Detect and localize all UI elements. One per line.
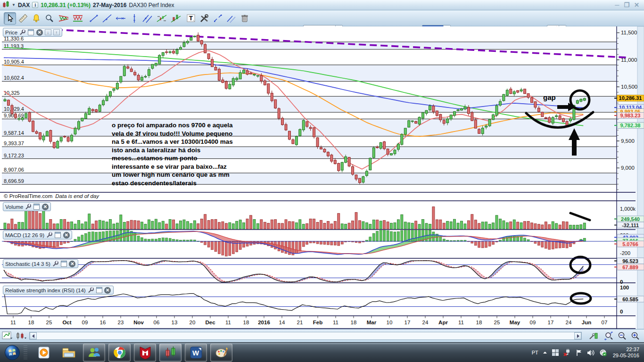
taskbar-clock[interactable]: 22:37 29-05-2016 bbox=[611, 346, 639, 359]
segment-tool[interactable] bbox=[88, 12, 100, 25]
stoch-close-icon[interactable]: ✕ bbox=[69, 260, 76, 267]
svg-text:20: 20 bbox=[190, 320, 196, 325]
svg-text:18: 18 bbox=[351, 320, 357, 325]
zoom-fit-button[interactable] bbox=[603, 331, 615, 341]
rsi-settings-wrench-icon[interactable] bbox=[87, 287, 94, 294]
restore-button[interactable]: ❐ bbox=[624, 1, 629, 8]
panel-title-stoch: Stochastic (14 3 5) bbox=[5, 261, 50, 267]
svg-text:9,393.37: 9,393.37 bbox=[4, 140, 24, 146]
svg-text:13: 13 bbox=[172, 320, 178, 325]
pointer-tool[interactable] bbox=[4, 12, 16, 25]
taskbar-chrome[interactable] bbox=[108, 344, 131, 362]
copyright-line: © ProRealTime.comData is end of day bbox=[4, 193, 99, 199]
start-button[interactable] bbox=[4, 344, 21, 361]
last-price-label: 10,286.31 (+0.13%) bbox=[41, 2, 91, 8]
svg-text:11: 11 bbox=[333, 320, 339, 325]
scroll-right-arrow[interactable] bbox=[574, 332, 581, 339]
taskbar-media-player[interactable] bbox=[33, 344, 55, 362]
macd-settings-wrench-icon[interactable] bbox=[46, 231, 53, 239]
svg-text:10,029.4: 10,029.4 bbox=[4, 106, 24, 112]
network-disconnected-icon[interactable] bbox=[563, 349, 571, 356]
macd-close-icon[interactable]: ✕ bbox=[63, 231, 70, 239]
svg-text:9,782.38: 9,782.38 bbox=[620, 123, 641, 128]
stoch-window-icon[interactable] bbox=[60, 260, 67, 267]
svg-text:-200: -200 bbox=[620, 250, 630, 256]
svg-text:18: 18 bbox=[28, 320, 34, 325]
info-icon[interactable]: i bbox=[32, 2, 38, 8]
svg-text:9,906.69: 9,906.69 bbox=[4, 113, 24, 118]
vertical-line-tool[interactable] bbox=[128, 12, 140, 25]
instrument-dropdown-icon[interactable]: ▼ bbox=[12, 3, 16, 7]
volume-settings-wrench-icon[interactable] bbox=[25, 203, 32, 210]
desktop: ▼ DAX i 10,286.31 (+0.13%) 27-May-2016 D… bbox=[0, 0, 644, 362]
text-tool[interactable]: T bbox=[185, 12, 197, 25]
price-move-down-icon[interactable]: ↓ bbox=[44, 29, 51, 36]
rsi-close-icon[interactable]: ✕ bbox=[104, 287, 111, 294]
volume-speaker-icon[interactable] bbox=[587, 349, 595, 356]
language-indicator[interactable]: PT bbox=[532, 350, 538, 355]
pattern-detect-tool[interactable] bbox=[58, 12, 70, 25]
volume-close-icon[interactable]: ✕ bbox=[41, 203, 49, 210]
desktop-grid-icon[interactable] bbox=[552, 349, 559, 356]
system-tray: PT 22:37 29-05-2016 bbox=[532, 343, 644, 362]
horizontal-scrollbar[interactable] bbox=[29, 332, 582, 340]
taskbar-explorer[interactable] bbox=[58, 344, 80, 362]
candle-style-button[interactable] bbox=[15, 331, 26, 341]
svg-text:9,587.14: 9,587.14 bbox=[4, 130, 24, 136]
zoom-tool[interactable] bbox=[43, 12, 56, 25]
price-settings-wrench-icon[interactable] bbox=[19, 29, 26, 36]
svg-text:24: 24 bbox=[566, 320, 572, 325]
zoom-in-button[interactable] bbox=[630, 331, 641, 341]
panel-header-rsi: Relative strength index (RSI) (14)✕ bbox=[3, 286, 114, 295]
action-center-flag-icon[interactable] bbox=[576, 349, 583, 356]
scrollbar-track[interactable] bbox=[37, 332, 574, 339]
zoom-out-button[interactable] bbox=[617, 331, 628, 341]
minimize-button[interactable]: ─ bbox=[615, 1, 619, 8]
taskbar-prorealtime[interactable] bbox=[159, 344, 182, 362]
volume-window-icon[interactable] bbox=[33, 203, 40, 210]
data-end-of-day-note: Data is end of day bbox=[55, 193, 99, 199]
price-window-icon[interactable] bbox=[27, 29, 34, 36]
svg-text:60.585: 60.585 bbox=[622, 296, 638, 302]
hidden-icons-chevron[interactable] bbox=[543, 351, 547, 354]
fibonacci-tool[interactable] bbox=[156, 12, 168, 25]
channel-tool[interactable] bbox=[141, 12, 154, 25]
svg-text:8,696.59: 8,696.59 bbox=[4, 178, 24, 184]
chart-canvas[interactable]: 11,330.611,193.310,905.410,602.410,32510… bbox=[0, 26, 644, 330]
parallel-line-tool[interactable] bbox=[225, 12, 237, 25]
price-close-icon[interactable]: ✕ bbox=[36, 29, 43, 36]
svg-text:W: W bbox=[192, 349, 199, 357]
stoch-settings-wrench-icon[interactable] bbox=[52, 260, 59, 267]
taskbar-paint[interactable] bbox=[210, 344, 232, 362]
settings-tools-icon[interactable] bbox=[198, 12, 210, 25]
taskbar-word[interactable]: W bbox=[185, 344, 207, 362]
horizontal-line-tool[interactable] bbox=[115, 12, 127, 25]
price-move-up-icon[interactable]: ↑ bbox=[53, 29, 60, 36]
scroll-left-arrow[interactable] bbox=[30, 332, 37, 339]
chart-mode-button[interactable] bbox=[2, 331, 13, 341]
pattern-range-tool[interactable] bbox=[72, 12, 84, 25]
svg-text:9,983.23: 9,983.23 bbox=[620, 113, 641, 118]
ruler-tool[interactable] bbox=[17, 12, 29, 25]
svg-text:07: 07 bbox=[602, 320, 608, 325]
svg-text:249,540: 249,540 bbox=[621, 216, 640, 222]
chart-bottom-bar bbox=[0, 329, 644, 342]
two-point-tool[interactable] bbox=[212, 12, 224, 25]
svg-text:10,905.4: 10,905.4 bbox=[4, 59, 24, 65]
symbol-label[interactable]: DAX bbox=[18, 2, 30, 8]
macd-window-icon[interactable] bbox=[54, 231, 61, 239]
line-tool[interactable] bbox=[101, 12, 113, 25]
svg-text:8,907.06: 8,907.06 bbox=[4, 167, 24, 173]
chart-settings-button[interactable] bbox=[588, 331, 600, 341]
taskbar-messenger[interactable] bbox=[83, 344, 105, 362]
sync-status-icon[interactable] bbox=[599, 349, 607, 356]
rsi-window-icon[interactable] bbox=[96, 287, 103, 294]
close-button[interactable]: ✕ bbox=[634, 1, 639, 8]
trend-candles-tool[interactable] bbox=[170, 12, 182, 25]
svg-text:Oct: Oct bbox=[62, 320, 71, 325]
delete-trash-tool[interactable] bbox=[239, 12, 251, 25]
svg-text:23: 23 bbox=[118, 320, 124, 325]
svg-text:Mar: Mar bbox=[367, 320, 377, 325]
alert-bell-tool[interactable] bbox=[30, 12, 42, 25]
taskbar-mcafee[interactable] bbox=[134, 344, 156, 362]
